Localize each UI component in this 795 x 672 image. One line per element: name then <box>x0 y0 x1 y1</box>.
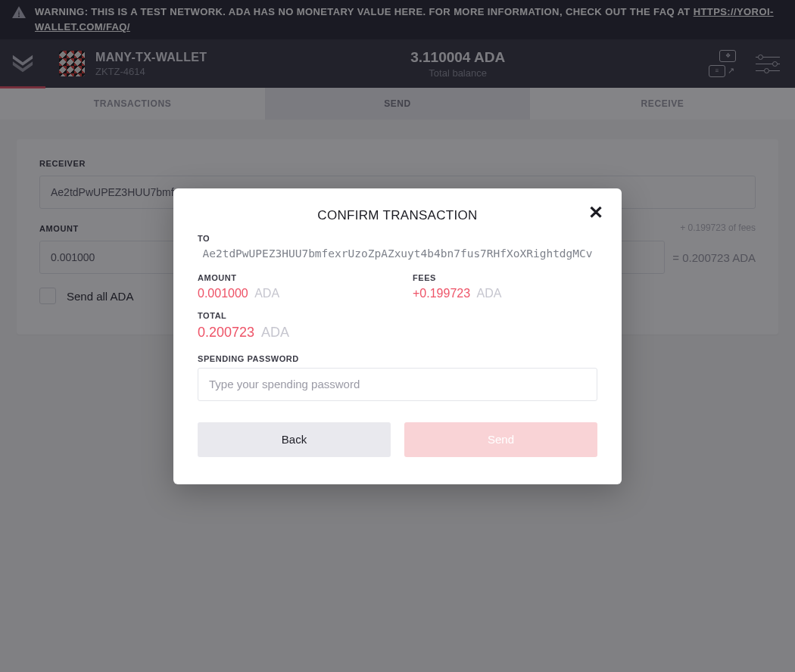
close-icon: ✕ <box>588 202 603 222</box>
spending-password-label: SPENDING PASSWORD <box>198 354 597 363</box>
spending-password-input[interactable] <box>198 368 597 401</box>
close-button[interactable]: ✕ <box>588 204 603 222</box>
modal-amount-label: AMOUNT <box>198 273 382 282</box>
modal-total-block: TOTAL 0.200723 ADA <box>198 311 597 341</box>
modal-total-unit: ADA <box>261 325 289 340</box>
modal-amount-block: AMOUNT 0.001000 ADA <box>198 273 382 300</box>
modal-fees-block: FEES +0.199723 ADA <box>413 273 597 300</box>
modal-action-row: Back Send <box>198 422 597 457</box>
modal-amount-value: 0.001000 <box>198 287 248 300</box>
modal-fees-value: +0.199723 <box>413 287 470 300</box>
modal-to-address: Ae2tdPwUPEZ3HUU7bmfexrUzoZpAZxuyt4b4bn7f… <box>198 247 597 260</box>
modal-total-label: TOTAL <box>198 311 597 320</box>
back-button[interactable]: Back <box>198 422 391 457</box>
modal-title: CONFIRM TRANSACTION <box>198 208 597 223</box>
modal-overlay[interactable]: CONFIRM TRANSACTION ✕ TO Ae2tdPwUPEZ3HUU… <box>0 0 795 672</box>
modal-fees-label: FEES <box>413 273 597 282</box>
modal-amount-unit: ADA <box>254 287 279 300</box>
modal-to-label: TO <box>198 234 597 243</box>
confirm-transaction-modal: CONFIRM TRANSACTION ✕ TO Ae2tdPwUPEZ3HUU… <box>173 188 622 484</box>
modal-total-value: 0.200723 <box>198 325 254 340</box>
send-button[interactable]: Send <box>404 422 597 457</box>
modal-fees-unit: ADA <box>477 287 502 300</box>
